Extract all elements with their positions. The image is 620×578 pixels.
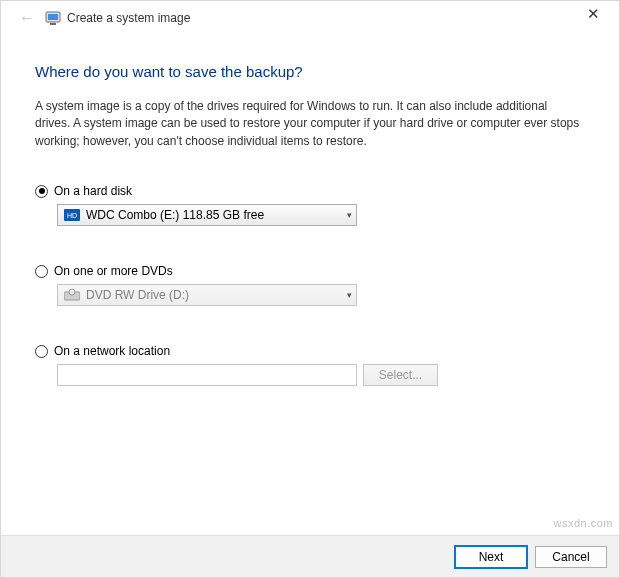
footer: Next Cancel [1,535,619,577]
back-icon: ← [19,9,35,27]
label-network: On a network location [54,344,170,358]
combo-dvd-value: DVD RW Drive (D:) [86,288,189,302]
hard-disk-icon: HD [64,209,80,221]
cancel-button[interactable]: Cancel [535,546,607,568]
svg-rect-2 [50,23,56,25]
window-title: Create a system image [67,11,190,25]
radio-hard-disk[interactable] [35,185,48,198]
description-text: A system image is a copy of the drives r… [35,98,585,150]
radio-network[interactable] [35,345,48,358]
combo-hard-disk[interactable]: HD WDC Combo (E:) 118.85 GB free ▾ [57,204,357,226]
combo-dvd[interactable]: DVD RW Drive (D:) ▾ [57,284,357,306]
next-button[interactable]: Next [455,546,527,568]
titlebar: ← Create a system image ✕ [1,1,619,35]
close-button[interactable]: ✕ [573,5,613,23]
radio-row-hard-disk[interactable]: On a hard disk [35,184,585,198]
select-button: Select... [363,364,438,386]
radio-dvd[interactable] [35,265,48,278]
app-icon [45,10,61,26]
combo-hard-disk-value: WDC Combo (E:) 118.85 GB free [86,208,264,222]
label-hard-disk: On a hard disk [54,184,132,198]
radio-row-dvd[interactable]: On one or more DVDs [35,264,585,278]
dialog-window: ← Create a system image ✕ Where do you w… [0,0,620,578]
svg-point-6 [69,289,75,295]
svg-rect-1 [48,14,58,20]
option-dvd: On one or more DVDs DVD RW Drive (D:) ▾ [35,264,585,306]
chevron-down-icon: ▾ [347,210,352,220]
radio-row-network[interactable]: On a network location [35,344,585,358]
network-path-input[interactable] [57,364,357,386]
watermark: wsxdn.com [553,517,613,529]
svg-text:HD: HD [67,212,77,219]
content-area: Where do you want to save the backup? A … [1,35,619,535]
option-hard-disk: On a hard disk HD WDC Combo (E:) 118.85 … [35,184,585,226]
option-network: On a network location Select... [35,344,585,386]
chevron-down-icon: ▾ [347,290,352,300]
label-dvd: On one or more DVDs [54,264,173,278]
dvd-drive-icon [64,289,80,301]
page-heading: Where do you want to save the backup? [35,63,585,80]
